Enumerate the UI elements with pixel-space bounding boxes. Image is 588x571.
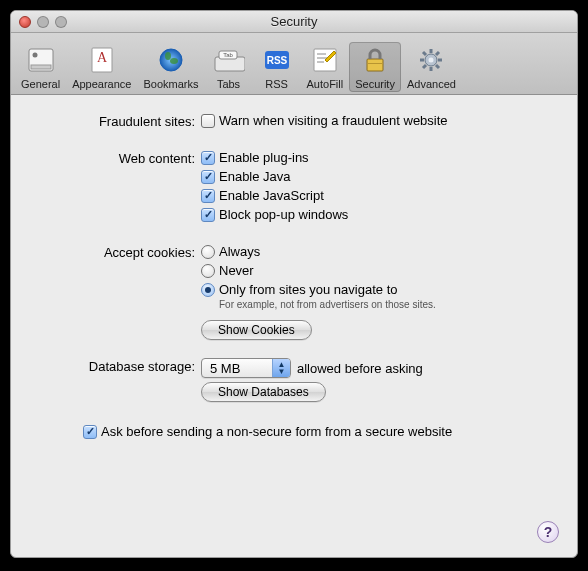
enable-java-label: Enable Java: [219, 169, 291, 184]
toolbar-label: Tabs: [217, 78, 240, 90]
toolbar-item-bookmarks[interactable]: Bookmarks: [137, 42, 204, 92]
web-content-label: Web content:: [31, 150, 201, 166]
titlebar: Security: [11, 11, 577, 33]
block-popups-checkbox[interactable]: [201, 208, 215, 222]
popup-arrows-icon: ▲▼: [272, 359, 290, 377]
svg-text:A: A: [97, 50, 108, 65]
window-title: Security: [11, 14, 577, 29]
warn-fraudulent-label: Warn when visiting a fraudulent website: [219, 113, 448, 128]
cookies-never-radio[interactable]: [201, 264, 215, 278]
cookies-always-label: Always: [219, 244, 260, 259]
autofill-icon: [309, 44, 341, 76]
window-controls: [19, 16, 67, 28]
minimize-button[interactable]: [37, 16, 49, 28]
ask-nonsecure-form-checkbox[interactable]: [83, 425, 97, 439]
enable-javascript-checkbox[interactable]: [201, 189, 215, 203]
database-size-value: 5 MB: [202, 361, 272, 376]
rss-icon: RSS: [261, 44, 293, 76]
svg-point-1: [32, 53, 37, 58]
general-icon: [25, 44, 57, 76]
svg-text:Tab: Tab: [223, 52, 233, 58]
advanced-icon: [415, 44, 447, 76]
bookmarks-icon: [155, 44, 187, 76]
help-icon: ?: [544, 524, 553, 540]
toolbar-item-rss[interactable]: RSS RSS: [253, 42, 301, 92]
enable-plugins-checkbox[interactable]: [201, 151, 215, 165]
enable-javascript-label: Enable JavaScript: [219, 188, 324, 203]
toolbar-label: RSS: [265, 78, 288, 90]
cookies-hint: For example, not from advertisers on tho…: [219, 299, 557, 310]
toolbar-item-appearance[interactable]: A Appearance: [66, 42, 137, 92]
show-cookies-button[interactable]: Show Cookies: [201, 320, 312, 340]
help-button[interactable]: ?: [537, 521, 559, 543]
toolbar-item-security[interactable]: Security: [349, 42, 401, 92]
database-storage-label: Database storage:: [31, 358, 201, 374]
cookies-only-radio[interactable]: [201, 283, 215, 297]
accept-cookies-label: Accept cookies:: [31, 244, 201, 260]
toolbar-item-general[interactable]: General: [15, 42, 66, 92]
toolbar-item-tabs[interactable]: Tab Tabs: [205, 42, 253, 92]
toolbar-label: Advanced: [407, 78, 456, 90]
ask-nonsecure-form-label: Ask before sending a non-secure form fro…: [101, 424, 452, 439]
security-icon: [359, 44, 391, 76]
database-size-popup[interactable]: 5 MB ▲▼: [201, 358, 291, 378]
zoom-button[interactable]: [55, 16, 67, 28]
svg-point-29: [429, 58, 434, 63]
toolbar-item-autofill[interactable]: AutoFill: [301, 42, 350, 92]
cookies-always-radio[interactable]: [201, 245, 215, 259]
svg-point-7: [170, 58, 178, 64]
toolbar-label: Bookmarks: [143, 78, 198, 90]
svg-line-28: [436, 52, 439, 55]
tabs-icon: Tab: [213, 44, 245, 76]
database-after-text: allowed before asking: [297, 361, 423, 376]
svg-line-25: [423, 52, 426, 55]
preferences-window: Security General A Appearance Bookmarks …: [10, 10, 578, 558]
block-popups-label: Block pop-up windows: [219, 207, 348, 222]
cookies-only-label: Only from sites you navigate to: [219, 282, 397, 297]
toolbar-label: Security: [355, 78, 395, 90]
close-button[interactable]: [19, 16, 31, 28]
preferences-toolbar: General A Appearance Bookmarks Tab Tabs …: [11, 33, 577, 95]
svg-point-6: [165, 52, 171, 60]
toolbar-label: Appearance: [72, 78, 131, 90]
svg-line-27: [423, 65, 426, 68]
content-pane: Fraudulent sites: Warn when visiting a f…: [11, 95, 577, 557]
svg-text:RSS: RSS: [266, 55, 287, 66]
svg-rect-18: [367, 59, 383, 71]
toolbar-label: General: [21, 78, 60, 90]
fraudulent-sites-label: Fraudulent sites:: [31, 113, 201, 129]
warn-fraudulent-checkbox[interactable]: [201, 114, 215, 128]
toolbar-item-advanced[interactable]: Advanced: [401, 42, 462, 92]
appearance-icon: A: [86, 44, 118, 76]
svg-line-26: [436, 65, 439, 68]
svg-rect-19: [368, 63, 382, 64]
enable-java-checkbox[interactable]: [201, 170, 215, 184]
svg-rect-2: [31, 65, 51, 69]
cookies-never-label: Never: [219, 263, 254, 278]
enable-plugins-label: Enable plug-ins: [219, 150, 309, 165]
show-databases-button[interactable]: Show Databases: [201, 382, 326, 402]
toolbar-label: AutoFill: [307, 78, 344, 90]
